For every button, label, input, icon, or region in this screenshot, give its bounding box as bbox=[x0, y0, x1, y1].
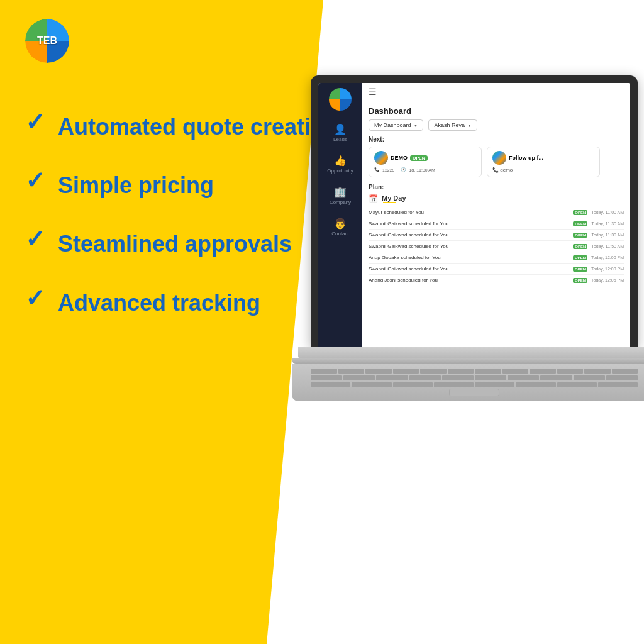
key-row-1 bbox=[311, 369, 638, 374]
checkmark-4: ✓ bbox=[25, 286, 45, 310]
feature-text-4: Advanced tracking bbox=[58, 289, 260, 316]
leads-label: Leads bbox=[333, 136, 347, 142]
key bbox=[409, 375, 441, 380]
schedule-item-0: Mayur scheduled for You OPEN Today, 11:0… bbox=[369, 207, 624, 218]
key bbox=[574, 375, 605, 380]
contact-label: Contact bbox=[331, 231, 349, 236]
schedule-status-1: OPEN bbox=[573, 221, 587, 226]
key bbox=[540, 375, 572, 380]
contact-icon: 👨 bbox=[334, 218, 347, 230]
laptop-keyboard bbox=[292, 364, 644, 401]
schedule-status-4: OPEN bbox=[573, 255, 587, 260]
dashboard-title: Dashboard bbox=[369, 106, 624, 116]
dashboard-filters: My Dashboard ▼ Akash Reva ▼ bbox=[369, 119, 624, 131]
key-row-3 bbox=[311, 382, 638, 387]
leads-icon: 👤 bbox=[334, 123, 347, 135]
schedule-name-0: Mayur scheduled for You bbox=[369, 209, 569, 215]
key bbox=[612, 369, 638, 374]
screen-main: ☰ Dashboard My Dashboard ▼ bbox=[362, 83, 630, 347]
screen-sidebar: 👤 Leads 👍 Opportunity 🏢 Company bbox=[318, 83, 362, 347]
filter2-arrow: ▼ bbox=[467, 123, 472, 128]
key bbox=[365, 369, 392, 374]
screen-topbar: ☰ bbox=[362, 83, 630, 101]
key bbox=[393, 382, 433, 387]
key bbox=[508, 375, 539, 380]
card1-status: OPEN bbox=[410, 155, 428, 161]
schedule-time-6: Today, 12:05 PM bbox=[591, 278, 624, 282]
screen-logo-bl bbox=[329, 99, 340, 111]
key bbox=[311, 382, 350, 387]
schedule-name-2: Swapnil Gaikwad scheduled for You bbox=[369, 232, 569, 238]
card2-avatar bbox=[492, 151, 506, 165]
key bbox=[352, 382, 391, 387]
laptop-hinge bbox=[292, 358, 644, 364]
key bbox=[475, 375, 506, 380]
screen-ui: 👤 Leads 👍 Opportunity 🏢 Company bbox=[318, 83, 630, 347]
calendar-icon: 📅 bbox=[369, 194, 378, 203]
schedule-status-6: OPEN bbox=[573, 278, 587, 283]
schedule-name-5: Swapnil Gaikwad scheduled for You bbox=[369, 266, 569, 272]
key bbox=[311, 369, 337, 374]
schedule-item-1: Swapnil Gaikwad scheduled for You OPEN T… bbox=[369, 218, 624, 230]
schedule-time-3: Today, 11:50 AM bbox=[591, 244, 624, 248]
schedule-list: Mayur scheduled for You OPEN Today, 11:0… bbox=[369, 207, 624, 286]
company-label: Company bbox=[330, 199, 351, 205]
trackpad bbox=[449, 389, 499, 396]
next-section-label: Next: bbox=[369, 136, 624, 143]
key bbox=[434, 382, 474, 387]
schedule-name-6: Anand Joshi scheduled for You bbox=[369, 277, 569, 283]
key bbox=[502, 369, 529, 374]
screen-logo-tl bbox=[329, 88, 340, 99]
schedule-time-2: Today, 11:30 AM bbox=[591, 233, 624, 237]
screen-logo-tr bbox=[340, 88, 352, 99]
feature-text-2: Simple pricing bbox=[58, 172, 214, 199]
schedule-time-0: Today, 11:00 AM bbox=[591, 210, 624, 214]
card1-time: 1d, 11:30 AM bbox=[409, 168, 435, 172]
clock-icon: 🕐 bbox=[401, 167, 406, 172]
key bbox=[606, 375, 638, 380]
key bbox=[420, 369, 447, 374]
schedule-item-5: Swapnil Gaikwad scheduled for You OPEN T… bbox=[369, 264, 624, 275]
sidebar-item-contact[interactable]: 👨 Contact bbox=[318, 213, 362, 242]
schedule-item-6: Anand Joshi scheduled for You OPEN Today… bbox=[369, 275, 624, 286]
brand-logo: TEB bbox=[25, 19, 69, 63]
sidebar-item-opportunity[interactable]: 👍 Opportunity bbox=[318, 150, 362, 179]
next-cards: DEMO OPEN 📞 12229 🕐 bbox=[369, 147, 624, 177]
sidebar-item-leads[interactable]: 👤 Leads bbox=[318, 118, 362, 147]
screen-content: Dashboard My Dashboard ▼ Akash Reva ▼ bbox=[362, 101, 630, 291]
my-day-header: 📅 My Day bbox=[369, 194, 624, 203]
schedule-status-2: OPEN bbox=[573, 233, 587, 238]
schedule-name-1: Swapnil Gaikwad scheduled for You bbox=[369, 221, 569, 226]
filter2-label: Akash Reva bbox=[434, 122, 465, 128]
filter-select-1[interactable]: My Dashboard ▼ bbox=[369, 119, 423, 131]
laptop-mockup: 👤 Leads 👍 Opportunity 🏢 Company bbox=[292, 75, 644, 401]
key bbox=[311, 375, 342, 380]
key bbox=[557, 369, 584, 374]
key bbox=[448, 369, 474, 374]
checkmark-1: ✓ bbox=[25, 110, 45, 134]
next-card-1: DEMO OPEN 📞 12229 🕐 bbox=[369, 147, 482, 177]
screen-logo-br bbox=[340, 99, 352, 111]
my-day-underline bbox=[383, 202, 396, 203]
screen-logo bbox=[329, 88, 352, 111]
schedule-item-3: Swapnil Gaikwad scheduled for You OPEN T… bbox=[369, 241, 624, 252]
schedule-time-1: Today, 11:30 AM bbox=[591, 221, 624, 226]
schedule-status-5: OPEN bbox=[573, 267, 587, 272]
key bbox=[584, 369, 611, 374]
schedule-status-0: OPEN bbox=[573, 210, 587, 215]
sidebar-item-company[interactable]: 🏢 Company bbox=[318, 181, 362, 210]
card2-label: demo bbox=[500, 167, 513, 173]
laptop-screen-outer: 👤 Leads 👍 Opportunity 🏢 Company bbox=[311, 75, 638, 347]
key bbox=[530, 369, 556, 374]
company-icon: 🏢 bbox=[334, 186, 347, 198]
key bbox=[393, 369, 419, 374]
key bbox=[338, 369, 365, 374]
my-day-title: My Day bbox=[382, 194, 406, 202]
filter-select-2[interactable]: Akash Reva ▼ bbox=[428, 119, 477, 131]
schedule-name-4: Anup Gopaka scheduled for You bbox=[369, 255, 569, 260]
card1-phone-icon: 📞 bbox=[374, 167, 380, 172]
schedule-item-4: Anup Gopaka scheduled for You OPEN Today… bbox=[369, 252, 624, 264]
checkmark-3: ✓ bbox=[25, 227, 45, 251]
key bbox=[475, 369, 501, 374]
key bbox=[442, 375, 474, 380]
